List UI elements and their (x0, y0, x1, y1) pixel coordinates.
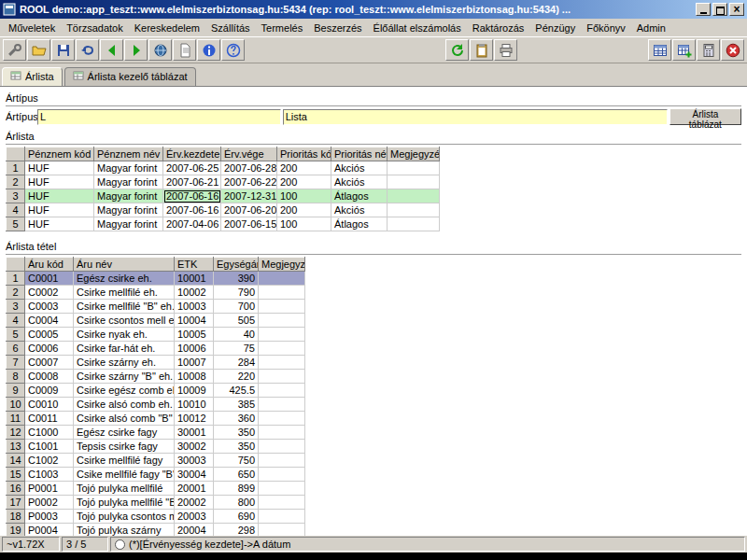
table-row[interactable]: 6C0006Csirke far-hát eh.1000675 (7, 342, 305, 356)
cell[interactable]: 10012 (175, 412, 214, 426)
cell[interactable]: 650 (214, 468, 259, 482)
document-icon[interactable] (173, 39, 196, 61)
column-header[interactable]: Áru kód (25, 258, 74, 272)
grid-add-icon[interactable] (672, 39, 696, 61)
cell[interactable]: 10008 (175, 370, 214, 384)
cell[interactable]: 899 (214, 482, 259, 496)
cell[interactable]: C0009 (25, 384, 74, 398)
cell[interactable]: Csirke szárny "B" eh. (74, 370, 175, 384)
print-icon[interactable] (494, 39, 517, 61)
table-row[interactable]: 1HUFMagyar forint2007-06-252007-06-28200… (7, 161, 440, 175)
cell[interactable]: 2007-06-16 (163, 203, 221, 217)
cell[interactable]: C0003 (25, 300, 74, 314)
row-number[interactable]: 19 (7, 524, 25, 537)
cell[interactable]: HUF (25, 175, 94, 189)
column-header[interactable]: ETK (175, 258, 214, 272)
cell[interactable]: 20002 (175, 496, 214, 510)
column-header[interactable]: Érv.vége (221, 147, 277, 161)
cell[interactable]: Átlagos (331, 217, 388, 231)
cell[interactable]: Magyar forint (94, 189, 163, 203)
column-header[interactable]: Áru név (74, 258, 175, 272)
tab-1[interactable]: Árlista kezelő táblázat (64, 67, 196, 86)
table-row[interactable]: 14C1002Csirke mellfilé fagy30003750 (7, 454, 305, 468)
row-number[interactable]: 13 (7, 440, 25, 454)
column-header[interactable]: Egységár (214, 258, 259, 272)
table-row[interactable]: 3C0003Csirke mellfilé "B" eh.10003700 (7, 300, 305, 314)
radio-icon[interactable] (115, 539, 125, 550)
menu-item-10[interactable]: Admin (632, 21, 670, 35)
cell[interactable]: 200 (277, 203, 331, 217)
table-row[interactable]: 11C0011Csirke alsó comb "B"10012360 (7, 412, 305, 426)
cell[interactable] (259, 300, 305, 314)
row-number[interactable]: 5 (7, 328, 25, 342)
cell[interactable]: 40 (214, 328, 259, 342)
table-row[interactable]: 5HUFMagyar forint2007-04-062007-06-15100… (7, 217, 440, 231)
cell[interactable]: 390 (214, 272, 259, 286)
cell[interactable]: C1000 (25, 426, 74, 440)
cell[interactable]: Tojó pulyka mellfilé "B" (74, 496, 175, 510)
row-number[interactable]: 18 (7, 510, 25, 524)
row-number[interactable]: 4 (7, 203, 25, 217)
cell[interactable]: 385 (214, 398, 259, 412)
cell[interactable]: 505 (214, 314, 259, 328)
cell[interactable]: 10004 (175, 314, 214, 328)
cell[interactable]: 30002 (175, 440, 214, 454)
cell[interactable]: 298 (214, 524, 259, 537)
cell[interactable]: C0007 (25, 356, 74, 370)
cell[interactable]: C0001 (25, 272, 74, 286)
cell[interactable]: Csirke mellfilé "B" eh. (74, 300, 175, 314)
cell[interactable]: Akciós (331, 203, 388, 217)
cell[interactable]: Csirke nyak eh. (74, 328, 175, 342)
column-header[interactable]: Pénznem kód (25, 147, 94, 161)
cell[interactable]: C1003 (25, 468, 74, 482)
row-number[interactable]: 17 (7, 496, 25, 510)
row-number[interactable]: 7 (7, 356, 25, 370)
menu-item-6[interactable]: Élőállat elszámolás (369, 21, 466, 35)
globe-icon[interactable] (148, 39, 172, 61)
cell[interactable]: Csirke szárny eh. (74, 356, 175, 370)
column-header[interactable]: Érv.kezdete (163, 147, 221, 161)
cell[interactable]: Egész csirke fagy (74, 426, 175, 440)
cell[interactable]: 790 (214, 286, 259, 300)
table-row[interactable]: 1C0001Egész csirke eh.10001390 (7, 272, 305, 286)
table-corner[interactable] (7, 258, 25, 272)
column-header[interactable]: Pénznem név (94, 147, 163, 161)
cell[interactable]: Csirke far-hát eh. (74, 342, 175, 356)
cell[interactable] (259, 384, 305, 398)
table-row[interactable]: 17P0002Tojó pulyka mellfilé "B"20002800 (7, 496, 305, 510)
cell[interactable]: P0002 (25, 496, 74, 510)
cell[interactable]: 10010 (175, 398, 214, 412)
cell[interactable]: C0006 (25, 342, 74, 356)
refresh-icon[interactable] (445, 39, 469, 61)
cell[interactable]: 2007-04-06 (163, 217, 221, 231)
cell[interactable]: Tojó pulyka csontos mell (74, 510, 175, 524)
cell[interactable]: C0002 (25, 286, 74, 300)
row-number[interactable]: 15 (7, 468, 25, 482)
cell[interactable]: Akciós (331, 175, 388, 189)
table-row[interactable]: 3HUFMagyar forint2007-06-162007-12-31100… (7, 189, 440, 203)
calculator-icon[interactable] (697, 39, 720, 61)
cell[interactable]: C1002 (25, 454, 74, 468)
cell[interactable] (259, 328, 305, 342)
save-icon[interactable] (51, 39, 75, 61)
cell[interactable]: 30004 (175, 468, 214, 482)
table-row[interactable]: 9C0009Csirke egész comb eh.10009425.5 (7, 384, 305, 398)
cell[interactable]: 30001 (175, 426, 214, 440)
cell[interactable]: 2007-06-21 (163, 175, 221, 189)
cell[interactable] (259, 496, 305, 510)
cell[interactable] (259, 524, 305, 537)
cell[interactable]: Csirke egész comb eh. (74, 384, 175, 398)
table-row[interactable]: 15C1003Csike mellfilé fagy "B"30004650 (7, 468, 305, 482)
table-row[interactable]: 2C0002Csirke mellfilé eh.10002790 (7, 286, 305, 300)
row-number[interactable]: 9 (7, 384, 25, 398)
cell[interactable]: Magyar forint (94, 203, 163, 217)
cell[interactable]: 2007-06-25 (163, 161, 221, 175)
cell[interactable]: Csirke mellfilé fagy (74, 454, 175, 468)
cell[interactable]: Csirke alsó comb "B" (74, 412, 175, 426)
table-row[interactable]: 10C0010Csirke alsó comb eh.10010385 (7, 398, 305, 412)
cell[interactable]: 690 (214, 510, 259, 524)
table-row[interactable]: 4C0004Csirke csontos mell eh.10004505 (7, 314, 305, 328)
cell[interactable]: 800 (214, 496, 259, 510)
cell[interactable]: 284 (214, 356, 259, 370)
table-row[interactable]: 13C1001Tepsis csirke fagy30002350 (7, 440, 305, 454)
